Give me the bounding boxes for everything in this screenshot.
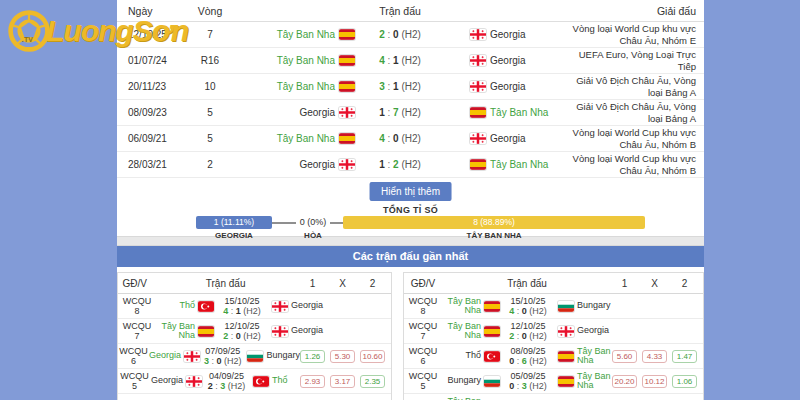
odds-value[interactable]: 10.12 (642, 375, 667, 388)
competition: Vòng loại World Cup khu vực Châu Âu, Nhó… (560, 127, 704, 150)
away-team-name[interactable]: Georgia (490, 133, 526, 144)
home-team: Tây Ban Nha (240, 133, 355, 144)
odds-value[interactable]: 20.20 (612, 375, 637, 388)
odds-value[interactable]: 4.33 (642, 350, 667, 363)
away-team: Georgia (445, 81, 560, 92)
summary-area: Hiển thị thêm TỔNG TỈ SỐ 1 (11.11%) 0 (0… (117, 178, 704, 236)
home-team: Tây Ban Nha (240, 29, 355, 40)
col-match-header: Trận đấu (151, 278, 300, 289)
recent-match-row: WCQU6Georgia07/09/253 : 0 (H2)Bungary1.2… (118, 344, 391, 369)
away-team-name[interactable]: Georgia (490, 55, 526, 66)
home-team-name[interactable]: Thổ (179, 301, 195, 311)
competition: Vòng loại World Cup khu vực Châu Âu, Nhó… (560, 23, 704, 46)
site-logo[interactable]: .TV LuongSơn (6, 8, 188, 54)
home-team-name[interactable]: Tây Ban Nha (277, 81, 335, 92)
away-team: Georgia (270, 301, 326, 312)
odds-cell: 2.933.172.35 (300, 375, 391, 388)
odds-value[interactable]: 1.26 (300, 350, 325, 363)
home-team-name[interactable]: Thổ (465, 351, 481, 361)
date-score-cell: 15/10/254 : 1 (H2) (214, 296, 270, 317)
bg-flag (558, 301, 574, 312)
away-team-name[interactable]: Tây Ban Nha (490, 159, 548, 170)
away-team: Tây Ban Nha (445, 107, 560, 118)
away-team: Georgia (445, 29, 560, 40)
odds-value[interactable]: 5.60 (612, 350, 637, 363)
spain-bar-segment: 8 (88.89%) (343, 216, 645, 229)
odds-1-header: 1 (612, 278, 637, 289)
ge-flag (470, 81, 486, 92)
home-team-name[interactable]: Georgia (149, 351, 181, 361)
h2h-row: 12/10/257Tây Ban Nha2 : 0 (H2)GeorgiaVòn… (117, 22, 704, 48)
content-card: Ngày Vòng Trận đấu Giải đấu 12/10/257Tây… (117, 0, 704, 400)
away-team-name[interactable]: Georgia (490, 81, 526, 92)
odds-value[interactable]: 10.60 (360, 350, 385, 363)
ge-flag (272, 301, 288, 312)
round-cell: WCQU6 (118, 346, 149, 366)
show-more-button[interactable]: Hiển thị thêm (369, 182, 452, 201)
odds-1-header: 1 (300, 278, 325, 289)
match-score: 4 : 1 (H2) (214, 306, 270, 317)
home-team-name[interactable]: Georgia (151, 376, 183, 386)
match-score: 3 : 1 (H2) (355, 81, 445, 92)
away-team: Tây Ban Nha (445, 159, 560, 170)
home-team-name[interactable]: Georgia (299, 107, 335, 118)
match-date: 12/10/25 (214, 321, 270, 332)
away-team: Georgia (556, 326, 612, 337)
home-team: Georgia (240, 159, 355, 170)
es-flag (339, 133, 355, 144)
col-round-header: Vòng (180, 5, 240, 17)
odds-value[interactable]: 1.06 (672, 375, 697, 388)
home-team: Tây Ban Nha (442, 322, 500, 341)
h2h-table: Ngày Vòng Trận đấu Giải đấu 12/10/257Tây… (117, 0, 704, 178)
match-date: 07/09/25 (200, 346, 246, 357)
home-team: Georgia (151, 376, 202, 387)
competition: Giải Vô Địch Châu Âu, Vòng loại Bảng A (560, 75, 704, 98)
away-team-name[interactable]: Tây Ban Nha (577, 372, 612, 391)
away-team-name[interactable]: Georgia (291, 326, 323, 336)
home-team-name[interactable]: Tây Ban Nha (444, 397, 481, 400)
home-team-name[interactable]: Tây Ban Nha (277, 133, 335, 144)
odds-value[interactable]: 2.93 (300, 375, 325, 388)
away-team-name[interactable]: Georgia (490, 29, 526, 40)
match-round: 2 (180, 159, 240, 170)
odds-x-header: X (330, 278, 355, 289)
h2h-row: 01/07/24R16Tây Ban Nha4 : 1 (H2)GeorgiaU… (117, 48, 704, 74)
ge-flag (272, 326, 288, 337)
recent-match-row: 09/06/25 (118, 394, 391, 400)
recent-matches-area: GĐ/V Trận đấu 1 X 2 WCQU8Thổ15/10/254 : … (117, 267, 704, 400)
home-team: Tây Ban Nha (442, 297, 500, 316)
home-team-name[interactable]: Tây Ban Nha (277, 55, 335, 66)
home-team-name[interactable]: Bungary (447, 376, 481, 386)
match-score: 2 : 3 (H2) (202, 381, 251, 392)
odds-value[interactable]: 1.47 (672, 350, 697, 363)
home-team-name[interactable]: Tây Ban Nha (444, 297, 481, 316)
col-match-header: Trận đấu (240, 5, 560, 17)
home-team: Tây Ban Nha (442, 397, 500, 400)
spain-bar-label: TÂY BAN NHA (343, 231, 645, 240)
recent-match-row: WCQU5Georgia04/09/252 : 3 (H2)Thổ2.933.1… (118, 369, 391, 394)
draw-value: 0 (0%) (296, 217, 330, 227)
bg-flag (484, 376, 500, 387)
match-date: 28/03/21 (117, 159, 180, 170)
away-team-name[interactable]: Tây Ban Nha (490, 107, 548, 118)
away-team-name[interactable]: Thổ (272, 376, 288, 386)
ge-flag (339, 107, 355, 118)
odds-value[interactable]: 2.35 (360, 375, 385, 388)
home-team-name[interactable]: Tây Ban Nha (158, 322, 195, 341)
away-team-name[interactable]: Georgia (577, 326, 609, 336)
odds-2-header: 2 (360, 278, 385, 289)
away-team: Tây Ban Nha (556, 372, 612, 391)
away-team-name[interactable]: Bungary (266, 351, 300, 361)
bar-labels: GEORGIA HÒA TÂY BAN NHA (117, 231, 704, 241)
home-team-name[interactable]: Tây Ban Nha (277, 29, 335, 40)
odds-value[interactable]: 5.30 (330, 350, 355, 363)
date-score-cell: 08/09/250 : 6 (H2) (500, 346, 556, 367)
match-score: 3 : 0 (H2) (200, 356, 246, 367)
away-team-name[interactable]: Bungary (577, 301, 611, 311)
home-team-name[interactable]: Georgia (299, 159, 335, 170)
home-team-name[interactable]: Tây Ban Nha (444, 322, 481, 341)
round-cell: WCQU8 (118, 296, 156, 316)
away-team-name[interactable]: Tây Ban Nha (577, 347, 612, 366)
away-team-name[interactable]: Georgia (291, 301, 323, 311)
odds-value[interactable]: 3.17 (330, 375, 355, 388)
